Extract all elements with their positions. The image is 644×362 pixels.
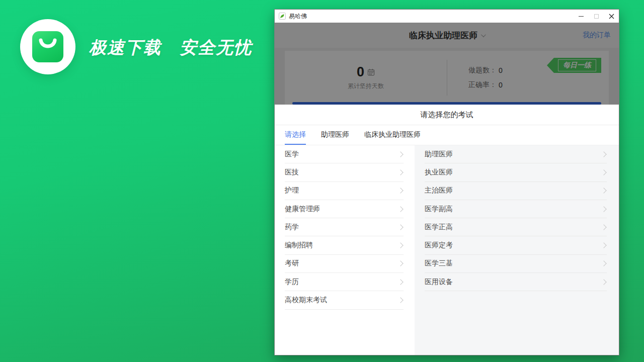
modal-tab[interactable]: 请选择 — [285, 125, 306, 145]
chevron-right-icon — [601, 206, 606, 212]
category-list-item[interactable]: 高校期末考试 — [285, 291, 404, 309]
category-list-item[interactable]: 医用设备 — [425, 273, 607, 291]
days-stat-label: 累计坚持天数 — [348, 82, 384, 90]
chevron-right-icon — [397, 297, 403, 303]
chevron-right-icon — [601, 151, 606, 157]
daily-practice-label: 每日一练 — [558, 59, 596, 71]
category-label: 助理医师 — [425, 150, 453, 159]
modal-tabs: 请选择 助理医师 临床执业助理医师 — [275, 125, 619, 145]
chevron-right-icon — [397, 224, 403, 230]
stat-row: 做题数：0 — [468, 66, 503, 75]
category-list-item[interactable]: 医师定考 — [425, 236, 607, 254]
shopping-bag-icon — [32, 31, 63, 62]
chevron-right-icon — [601, 242, 606, 248]
category-label: 医学正高 — [425, 223, 453, 232]
window-titlebar: 易哈佛 — [275, 10, 619, 23]
category-list-item[interactable]: 助理医师 — [425, 145, 607, 163]
chevron-right-icon — [601, 169, 606, 175]
category-list-item[interactable]: 医技 — [285, 163, 404, 182]
calendar-icon — [367, 68, 375, 76]
category-label: 执业医师 — [425, 168, 453, 177]
category-list-item[interactable]: 医学副高 — [425, 200, 607, 218]
stats-strip: 0 累计坚持天数 — [275, 48, 619, 105]
chevron-right-icon — [601, 188, 606, 194]
category-label: 主治医师 — [425, 186, 453, 195]
app-store-logo — [20, 19, 75, 74]
stat-label: 正确率： — [468, 80, 497, 89]
bag-handle-icon — [32, 31, 63, 62]
chevron-right-icon — [397, 151, 403, 157]
question-stats: 做题数：0 正确率：0 — [447, 51, 503, 105]
days-stat: 0 累计坚持天数 — [285, 51, 447, 105]
category-list-item[interactable]: 护理 — [285, 182, 404, 200]
app-window: 易哈佛 临床执业助理医师 我的订单 — [274, 9, 619, 355]
chevron-down-icon — [481, 32, 486, 37]
chevron-right-icon — [397, 242, 403, 248]
category-list-right: 助理医师 执业医师 主治医师 医学副高 医学正高 医师定考 医学三基 医用设备 — [415, 145, 619, 355]
current-exam-selector[interactable]: 临床执业助理医师 — [409, 30, 485, 41]
window-title: 易哈佛 — [289, 12, 307, 21]
close-button[interactable] — [604, 10, 619, 23]
modal-title: 请选择您的考试 — [421, 110, 473, 120]
chevron-right-icon — [397, 206, 403, 212]
category-list-item[interactable]: 主治医师 — [425, 182, 607, 200]
current-exam-label: 临床执业助理医师 — [409, 30, 477, 41]
category-label: 护理 — [285, 186, 299, 195]
minimize-button[interactable] — [574, 10, 589, 23]
chevron-right-icon — [397, 261, 403, 266]
stat-row: 正确率：0 — [468, 80, 503, 89]
chevron-right-icon — [601, 224, 606, 230]
app-leaf-icon — [279, 13, 286, 20]
stat-value: 0 — [499, 81, 503, 89]
chevron-right-icon — [601, 279, 606, 285]
category-list-item[interactable]: 考研 — [285, 255, 404, 273]
category-list-left: 医学 医技 护理 健康管理师 药学 编制招聘 考研 学历 高校期末考试 — [275, 145, 415, 355]
chevron-right-icon — [397, 188, 403, 194]
category-list-item[interactable]: 医学 — [285, 145, 404, 163]
tab-label: 临床执业助理医师 — [364, 130, 421, 139]
stat-label: 做题数： — [468, 66, 497, 75]
tab-label: 请选择 — [285, 130, 306, 139]
category-list-item[interactable]: 学历 — [285, 273, 404, 291]
category-list-item[interactable]: 健康管理师 — [285, 200, 404, 218]
my-orders-link[interactable]: 我的订单 — [583, 23, 611, 48]
modal-content: 医学 医技 护理 健康管理师 药学 编制招聘 考研 学历 高校期末考试 助理医师… — [275, 145, 619, 355]
modal-tab[interactable]: 助理医师 — [321, 125, 349, 145]
days-value: 0 — [357, 65, 364, 79]
exam-selection-modal: 请选择您的考试 请选择 助理医师 临床执业助理医师 医学 医技 护理 健康管理师… — [275, 105, 619, 355]
stats-panel: 0 累计坚持天数 — [285, 51, 609, 105]
category-label: 医用设备 — [425, 278, 453, 287]
category-label: 健康管理师 — [285, 205, 320, 214]
category-label: 药学 — [285, 223, 299, 232]
chevron-right-icon — [397, 279, 403, 285]
close-icon — [609, 14, 614, 19]
modal-header: 请选择您的考试 — [275, 105, 619, 125]
daily-practice-ribbon[interactable]: 每日一练 — [547, 58, 601, 73]
category-label: 医学三基 — [425, 259, 453, 268]
category-label: 编制招聘 — [285, 241, 313, 250]
category-list-item[interactable]: 执业医师 — [425, 163, 607, 182]
tab-label: 助理医师 — [321, 130, 349, 139]
category-list-item[interactable]: 药学 — [285, 218, 404, 236]
category-label: 考研 — [285, 259, 299, 268]
chevron-right-icon — [601, 261, 606, 266]
category-list-item[interactable]: 医学三基 — [425, 255, 607, 273]
promo-slogan: 极速下载 安全无忧 — [89, 36, 252, 59]
category-list-item[interactable]: 编制招聘 — [285, 236, 404, 254]
category-label: 高校期末考试 — [285, 296, 327, 305]
stat-value: 0 — [499, 66, 503, 74]
app-header: 临床执业助理医师 我的订单 — [275, 23, 619, 48]
maximize-button[interactable] — [589, 10, 604, 23]
category-label: 医技 — [285, 168, 299, 177]
category-list-item[interactable]: 医学正高 — [425, 218, 607, 236]
category-label: 医学副高 — [425, 205, 453, 214]
modal-tab[interactable]: 临床执业助理医师 — [364, 125, 421, 145]
category-label: 学历 — [285, 278, 299, 287]
category-label: 医学 — [285, 150, 299, 159]
chevron-right-icon — [397, 169, 403, 175]
category-label: 医师定考 — [425, 241, 453, 250]
